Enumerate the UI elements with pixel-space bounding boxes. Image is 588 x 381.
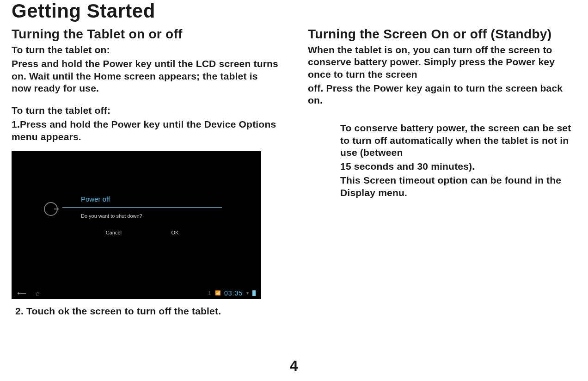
standby-body1: When the tablet is on, you can turn off … — [308, 44, 576, 80]
left-heading: Turning the Tablet on or off — [12, 27, 280, 42]
dialog-message: Do you want to shut down? — [62, 213, 222, 219]
note-line3: This Screen timeout option can be found … — [340, 174, 576, 199]
right-column: Turning the Screen On or off (Standby) W… — [308, 27, 576, 317]
wifi-icon: ▾ — [246, 290, 249, 295]
dialog-divider — [62, 207, 222, 208]
nav-bar: ⟵ ⌂ ↥ 📶 03:35 ▾ — [12, 287, 261, 299]
page-number: 4 — [0, 357, 588, 375]
standby-body2: off. Press the Power key again to turn t… — [308, 82, 576, 107]
note-line1: To conserve battery power, the screen ca… — [340, 122, 576, 159]
home-icon[interactable]: ⌂ — [36, 289, 39, 297]
signal-icon: 📶 — [215, 290, 220, 295]
clock-time: 03:35 — [224, 289, 243, 297]
turn-off-step1: 1.Press and hold the Power key until the… — [12, 118, 280, 143]
cancel-button[interactable]: Cancel — [101, 229, 126, 236]
battery-icon — [252, 290, 256, 296]
power-off-screenshot: Power off Do you want to shut down? Canc… — [12, 151, 261, 299]
page-title: Getting Started — [12, 0, 576, 22]
dialog-buttons: Cancel OK — [62, 229, 222, 236]
ok-button[interactable]: OK — [166, 229, 183, 236]
turn-on-body: Press and hold the Power key until the L… — [12, 58, 280, 94]
turn-on-label: To turn the tablet on: — [12, 44, 280, 56]
back-icon[interactable]: ⟵ — [17, 289, 26, 297]
turn-off-label: To turn the tablet off: — [12, 104, 280, 117]
dialog-title: Power off — [62, 195, 222, 204]
power-off-dialog: Power off Do you want to shut down? Canc… — [62, 195, 222, 236]
content-columns: Turning the Tablet on or off To turn the… — [12, 27, 576, 317]
clock-icon — [44, 202, 58, 216]
left-column: Turning the Tablet on or off To turn the… — [12, 27, 280, 317]
turn-off-step2: 2. Touch ok the screen to turn off the t… — [15, 306, 280, 317]
right-heading: Turning the Screen On or off (Standby) — [308, 27, 576, 42]
upload-icon: ↥ — [208, 290, 211, 295]
note-line2: 15 seconds and 30 minutes). — [340, 160, 576, 172]
